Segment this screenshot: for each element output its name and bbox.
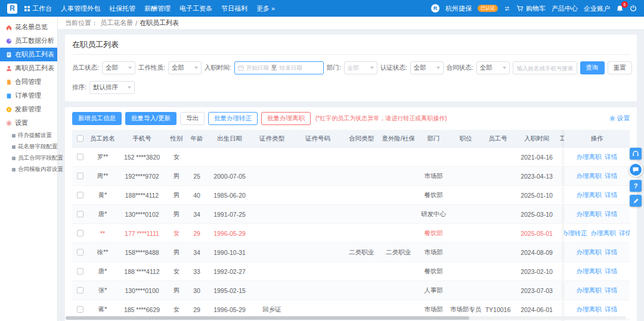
row-checkbox[interactable]	[77, 173, 83, 179]
action-link[interactable]: 办理离职	[577, 191, 602, 200]
query-button[interactable]: 查询	[580, 61, 605, 74]
user-leave-icon	[6, 66, 12, 71]
action-link[interactable]: 详情	[605, 267, 618, 276]
row-checkbox[interactable]	[77, 287, 83, 294]
action-link[interactable]: 办理离职	[577, 306, 602, 314]
batch-resign-button[interactable]: 批量办理离职	[261, 112, 311, 125]
table-row[interactable]: 黄* 188****4112 男 40 1985-06-20 餐饮部 2025-…	[72, 186, 630, 205]
nav-item-epayslip[interactable]: 电子工资条	[179, 4, 212, 13]
sidebar-item-employee-analytics[interactable]: 员工数据分析	[0, 34, 57, 48]
action-link[interactable]: 办理离职	[577, 172, 602, 180]
notification-bell[interactable]: 6	[616, 5, 624, 13]
sidebar-sub-todo-reminder[interactable]: 待办提醒设置	[0, 130, 57, 141]
table-row[interactable]: 罗** 152 ****3820 女 2021-04-16 办理离职详情	[72, 148, 630, 167]
nav-link-cart[interactable]: 购物车	[516, 4, 546, 13]
batch-regularize-button[interactable]: 批量办理转正	[208, 112, 258, 125]
order-icon	[6, 93, 12, 99]
cell-gender: 男	[166, 243, 187, 261]
breadcrumb-root[interactable]: 员工花名册	[100, 18, 133, 27]
cell-age: 40	[187, 186, 207, 204]
row-actions: 办理离职详情	[564, 281, 630, 300]
action-link[interactable]: 办理转正	[564, 229, 587, 238]
employee-status-select[interactable]: 全部	[102, 61, 135, 74]
action-link[interactable]: 详情	[605, 210, 618, 219]
action-link[interactable]: 办理离职	[577, 210, 602, 219]
nav-item-payroll[interactable]: 薪酬管理	[144, 4, 171, 13]
row-checkbox[interactable]	[77, 211, 83, 217]
action-link[interactable]: 办理离职	[577, 153, 602, 161]
join-date-range-picker[interactable]: 开始日期 至 结束日期	[234, 61, 324, 74]
nav-item-workbench[interactable]: 工作台	[24, 4, 52, 13]
company-name[interactable]: 杭州捷保	[445, 4, 472, 13]
action-link[interactable]: 详情	[605, 153, 618, 161]
table-settings-link[interactable]: 设置	[609, 114, 630, 123]
batch-import-button[interactable]: 批量导入/更新	[125, 112, 177, 125]
swap-icon[interactable]	[504, 5, 510, 12]
sidebar-sub-roster-fields[interactable]: 花名册字段配置	[0, 141, 57, 152]
sidebar-item-order-management[interactable]: 订单管理	[0, 89, 57, 102]
breadcrumb-current: 在职员工列表	[140, 18, 179, 27]
horizontal-scrollbar[interactable]	[66, 316, 626, 320]
cell-name: 周**	[88, 167, 117, 185]
row-checkbox[interactable]	[77, 192, 83, 198]
action-link[interactable]: 办理离职	[577, 286, 602, 295]
action-link[interactable]: 详情	[605, 172, 618, 180]
table-row[interactable]: 张* 130****0100 男 30 1995-02-15 人事部 2023-…	[72, 281, 630, 300]
sidebar-item-settings[interactable]: 设置	[0, 116, 57, 130]
nav-link-product-center[interactable]: 产品中心	[552, 4, 578, 13]
search-input[interactable]	[513, 61, 577, 74]
reset-button[interactable]: 重置	[608, 61, 632, 74]
nav-item-social-security[interactable]: 社保托管	[109, 4, 135, 13]
cell-id-number	[292, 148, 344, 166]
action-link[interactable]: 办理离职	[577, 267, 602, 276]
row-checkbox[interactable]	[77, 306, 83, 313]
export-button[interactable]: 导出	[180, 112, 205, 125]
add-employee-button[interactable]: 新增员工信息	[72, 112, 122, 125]
action-link[interactable]: 详情	[605, 248, 618, 257]
row-checkbox[interactable]	[77, 249, 83, 255]
sidebar-item-payroll-management[interactable]: 发薪管理	[0, 102, 57, 116]
sidebar-sub-contract-template[interactable]: 合同模板内容设置	[0, 164, 57, 175]
nav-link-enterprise-account[interactable]: 企业账户	[584, 4, 610, 13]
row-checkbox[interactable]	[77, 230, 83, 236]
action-link[interactable]: 详情	[620, 229, 630, 238]
customer-service-button[interactable]	[630, 148, 642, 160]
action-link[interactable]: 详情	[605, 191, 618, 200]
table-row[interactable]: 唐* 188 ****4112 女 33 1992-02-27 餐饮部 2023…	[72, 262, 630, 281]
home-icon	[6, 24, 12, 30]
action-link[interactable]: 详情	[605, 286, 618, 295]
sort-select[interactable]: 默认排序	[89, 81, 135, 94]
table-row[interactable]: 徐** 158****8488 男 34 1990-10-31 二类职业 二类职…	[72, 243, 630, 262]
select-all-checkbox[interactable]	[77, 135, 83, 142]
table-row[interactable]: 唐* 130****0102 男 34 1991-07-25 研发中心 2025…	[72, 205, 630, 224]
feedback-button[interactable]	[630, 195, 642, 207]
row-checkbox[interactable]	[77, 268, 83, 275]
auth-status-select[interactable]: 全部	[410, 61, 444, 74]
contract-status-select[interactable]: 全部	[476, 61, 510, 74]
work-type-select[interactable]: 全部	[168, 61, 202, 74]
department-label: 部门:	[327, 64, 341, 72]
nav-item-holiday-welfare[interactable]: 节日福利	[221, 4, 247, 13]
sidebar-item-roster-overview[interactable]: 花名册总览	[0, 20, 57, 34]
action-link[interactable]: 办理离职	[591, 229, 616, 238]
action-link[interactable]: 详情	[605, 306, 618, 314]
help-button[interactable]	[630, 180, 642, 192]
sidebar-sub-label: 待办提醒设置	[18, 132, 52, 139]
action-link[interactable]: 办理离职	[577, 248, 602, 257]
nav-item-hr-outsourcing[interactable]: 人事管理外包	[61, 4, 100, 13]
sidebar-item-contract-management[interactable]: 合同管理	[0, 75, 57, 89]
nav-item-more[interactable]: 更多 »	[256, 4, 275, 13]
table-row[interactable]: 周** 192****9702 男 25 2000-07-05 市场部 2023…	[72, 167, 630, 186]
sidebar-sub-contract-fields[interactable]: 员工合同字段配置	[0, 152, 57, 164]
question-icon	[634, 182, 638, 189]
chat-button[interactable]	[628, 163, 643, 177]
table-row[interactable]: ** 177 ****1111 女 29 1996-05-29 餐饮部 2025…	[72, 224, 630, 243]
scrollbar-thumb[interactable]	[66, 316, 469, 320]
cell-contract-type	[344, 148, 379, 166]
department-select[interactable]: 全部	[344, 61, 377, 74]
power-icon[interactable]	[630, 5, 637, 12]
sidebar-item-active-employees[interactable]: 在职员工列表	[0, 48, 57, 61]
sidebar-item-resigned-employees[interactable]: 离职员工列表	[0, 61, 57, 75]
pie-chart-icon	[6, 38, 12, 44]
row-checkbox[interactable]	[77, 154, 83, 160]
